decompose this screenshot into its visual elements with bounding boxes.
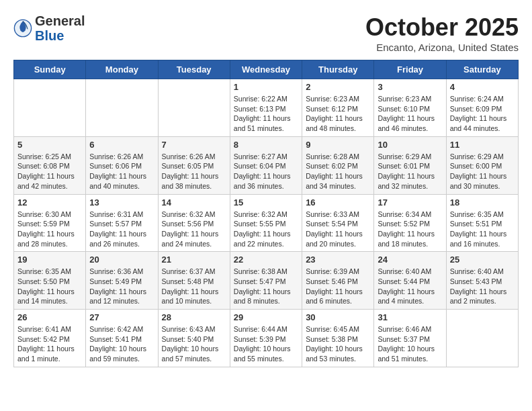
calendar-cell: 30Sunrise: 6:45 AM Sunset: 5:38 PM Dayli…	[302, 310, 374, 367]
calendar-week-row: 19Sunrise: 6:35 AM Sunset: 5:50 PM Dayli…	[14, 252, 519, 310]
calendar-cell: 23Sunrise: 6:39 AM Sunset: 5:46 PM Dayli…	[302, 252, 374, 310]
day-info: Sunrise: 6:23 AM Sunset: 6:10 PM Dayligh…	[378, 94, 442, 134]
day-info: Sunrise: 6:44 AM Sunset: 5:39 PM Dayligh…	[234, 324, 298, 364]
calendar-cell: 14Sunrise: 6:32 AM Sunset: 5:56 PM Dayli…	[158, 194, 230, 252]
calendar-cell: 13Sunrise: 6:31 AM Sunset: 5:57 PM Dayli…	[86, 194, 158, 252]
calendar-cell: 16Sunrise: 6:33 AM Sunset: 5:54 PM Dayli…	[302, 194, 374, 252]
day-info: Sunrise: 6:26 AM Sunset: 6:06 PM Dayligh…	[89, 152, 154, 191]
day-number: 26	[17, 312, 82, 322]
day-number: 3	[378, 82, 442, 92]
weekday-header: Thursday	[302, 60, 374, 79]
day-number: 16	[306, 197, 370, 208]
day-number: 4	[450, 82, 515, 92]
calendar-cell: 10Sunrise: 6:29 AM Sunset: 6:01 PM Dayli…	[374, 136, 446, 194]
weekday-header: Tuesday	[158, 60, 230, 79]
day-number: 7	[162, 140, 226, 150]
day-number: 29	[234, 312, 298, 322]
day-number: 23	[306, 255, 370, 265]
weekday-header: Sunday	[14, 60, 86, 79]
day-number: 18	[450, 197, 515, 208]
day-number: 15	[234, 197, 298, 208]
weekday-header: Saturday	[446, 60, 518, 79]
calendar-cell: 8Sunrise: 6:27 AM Sunset: 6:04 PM Daylig…	[230, 136, 302, 194]
day-info: Sunrise: 6:29 AM Sunset: 6:00 PM Dayligh…	[450, 152, 515, 191]
calendar-cell	[86, 79, 158, 137]
calendar-week-row: 1Sunrise: 6:22 AM Sunset: 6:13 PM Daylig…	[14, 79, 519, 137]
calendar-cell: 6Sunrise: 6:26 AM Sunset: 6:06 PM Daylig…	[86, 136, 158, 194]
day-number: 9	[306, 140, 370, 150]
day-number: 13	[89, 197, 154, 208]
day-number: 24	[378, 255, 442, 265]
day-number: 5	[17, 140, 82, 150]
day-info: Sunrise: 6:29 AM Sunset: 6:01 PM Dayligh…	[378, 152, 442, 191]
calendar-cell: 25Sunrise: 6:40 AM Sunset: 5:43 PM Dayli…	[446, 252, 518, 310]
day-info: Sunrise: 6:26 AM Sunset: 6:05 PM Dayligh…	[162, 152, 226, 191]
calendar-cell	[158, 79, 230, 137]
day-info: Sunrise: 6:38 AM Sunset: 5:47 PM Dayligh…	[234, 267, 298, 306]
calendar-cell: 22Sunrise: 6:38 AM Sunset: 5:47 PM Dayli…	[230, 252, 302, 310]
weekday-header: Wednesday	[230, 60, 302, 79]
weekday-header: Friday	[374, 60, 446, 79]
calendar-cell: 28Sunrise: 6:43 AM Sunset: 5:40 PM Dayli…	[158, 310, 230, 367]
day-number: 31	[378, 312, 442, 322]
calendar-cell: 12Sunrise: 6:30 AM Sunset: 5:59 PM Dayli…	[14, 194, 86, 252]
day-info: Sunrise: 6:42 AM Sunset: 5:41 PM Dayligh…	[89, 324, 154, 364]
day-info: Sunrise: 6:32 AM Sunset: 5:55 PM Dayligh…	[234, 210, 298, 249]
day-number: 27	[89, 312, 154, 322]
day-info: Sunrise: 6:24 AM Sunset: 6:09 PM Dayligh…	[450, 94, 515, 134]
calendar-cell: 26Sunrise: 6:41 AM Sunset: 5:42 PM Dayli…	[14, 310, 86, 367]
day-info: Sunrise: 6:22 AM Sunset: 6:13 PM Dayligh…	[234, 94, 298, 134]
page-header: General Blue October 2025 Encanto, Arizo…	[13, 13, 519, 53]
calendar-week-row: 12Sunrise: 6:30 AM Sunset: 5:59 PM Dayli…	[14, 194, 519, 252]
day-info: Sunrise: 6:39 AM Sunset: 5:46 PM Dayligh…	[306, 267, 370, 306]
day-info: Sunrise: 6:30 AM Sunset: 5:59 PM Dayligh…	[17, 210, 82, 249]
day-info: Sunrise: 6:31 AM Sunset: 5:57 PM Dayligh…	[89, 210, 154, 249]
calendar-cell: 5Sunrise: 6:25 AM Sunset: 6:08 PM Daylig…	[14, 136, 86, 194]
day-info: Sunrise: 6:23 AM Sunset: 6:12 PM Dayligh…	[306, 94, 370, 134]
logo-icon	[13, 19, 32, 38]
day-info: Sunrise: 6:25 AM Sunset: 6:08 PM Dayligh…	[17, 152, 82, 191]
calendar-cell: 17Sunrise: 6:34 AM Sunset: 5:52 PM Dayli…	[374, 194, 446, 252]
calendar-cell: 4Sunrise: 6:24 AM Sunset: 6:09 PM Daylig…	[446, 79, 518, 137]
calendar-week-row: 26Sunrise: 6:41 AM Sunset: 5:42 PM Dayli…	[14, 310, 519, 367]
calendar-cell: 11Sunrise: 6:29 AM Sunset: 6:00 PM Dayli…	[446, 136, 518, 194]
weekday-header: Monday	[86, 60, 158, 79]
calendar-cell	[14, 79, 86, 137]
calendar-cell: 27Sunrise: 6:42 AM Sunset: 5:41 PM Dayli…	[86, 310, 158, 367]
day-info: Sunrise: 6:34 AM Sunset: 5:52 PM Dayligh…	[378, 210, 442, 249]
day-info: Sunrise: 6:37 AM Sunset: 5:48 PM Dayligh…	[162, 267, 226, 306]
day-info: Sunrise: 6:40 AM Sunset: 5:43 PM Dayligh…	[450, 267, 515, 306]
day-info: Sunrise: 6:46 AM Sunset: 5:37 PM Dayligh…	[378, 324, 442, 364]
day-number: 10	[378, 140, 442, 150]
day-number: 6	[89, 140, 154, 150]
calendar-cell: 21Sunrise: 6:37 AM Sunset: 5:48 PM Dayli…	[158, 252, 230, 310]
day-info: Sunrise: 6:33 AM Sunset: 5:54 PM Dayligh…	[306, 210, 370, 249]
day-number: 21	[162, 255, 226, 265]
day-info: Sunrise: 6:32 AM Sunset: 5:56 PM Dayligh…	[162, 210, 226, 249]
calendar-cell: 18Sunrise: 6:35 AM Sunset: 5:51 PM Dayli…	[446, 194, 518, 252]
day-number: 2	[306, 82, 370, 92]
day-number: 8	[234, 140, 298, 150]
calendar-cell: 24Sunrise: 6:40 AM Sunset: 5:44 PM Dayli…	[374, 252, 446, 310]
title-block: October 2025 Encanto, Arizona, United St…	[365, 13, 519, 53]
day-info: Sunrise: 6:36 AM Sunset: 5:49 PM Dayligh…	[89, 267, 154, 306]
calendar-cell: 29Sunrise: 6:44 AM Sunset: 5:39 PM Dayli…	[230, 310, 302, 367]
calendar-cell: 19Sunrise: 6:35 AM Sunset: 5:50 PM Dayli…	[14, 252, 86, 310]
calendar-cell: 31Sunrise: 6:46 AM Sunset: 5:37 PM Dayli…	[374, 310, 446, 367]
logo: General Blue	[13, 13, 85, 43]
calendar-week-row: 5Sunrise: 6:25 AM Sunset: 6:08 PM Daylig…	[14, 136, 519, 194]
day-number: 22	[234, 255, 298, 265]
day-info: Sunrise: 6:35 AM Sunset: 5:50 PM Dayligh…	[17, 267, 82, 306]
calendar-table: SundayMondayTuesdayWednesdayThursdayFrid…	[13, 60, 519, 367]
month-title: October 2025	[365, 13, 519, 42]
day-info: Sunrise: 6:41 AM Sunset: 5:42 PM Dayligh…	[17, 324, 82, 364]
day-info: Sunrise: 6:28 AM Sunset: 6:02 PM Dayligh…	[306, 152, 370, 191]
day-info: Sunrise: 6:45 AM Sunset: 5:38 PM Dayligh…	[306, 324, 370, 364]
weekday-header-row: SundayMondayTuesdayWednesdayThursdayFrid…	[14, 60, 519, 79]
calendar-cell: 1Sunrise: 6:22 AM Sunset: 6:13 PM Daylig…	[230, 79, 302, 137]
day-number: 28	[162, 312, 226, 322]
day-number: 14	[162, 197, 226, 208]
calendar-cell: 2Sunrise: 6:23 AM Sunset: 6:12 PM Daylig…	[302, 79, 374, 137]
calendar-cell	[446, 310, 518, 367]
day-number: 1	[234, 82, 298, 92]
